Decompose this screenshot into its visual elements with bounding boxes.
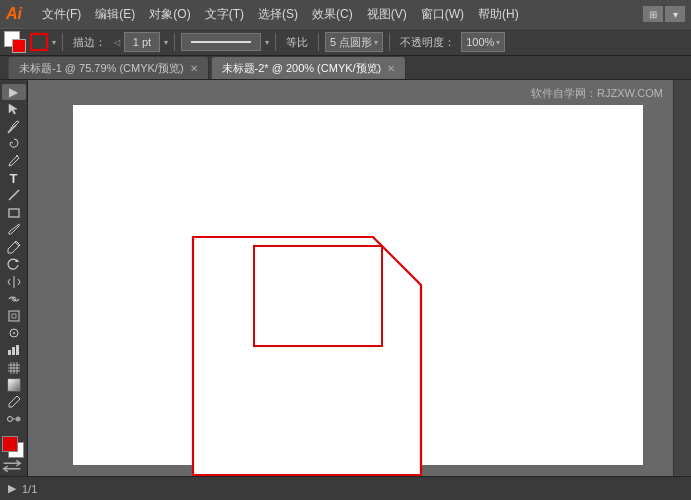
point-shape-label: 5 点圆形 — [330, 35, 372, 50]
tool-selection[interactable]: ▶ — [2, 84, 26, 100]
opacity-label: 不透明度： — [396, 35, 459, 50]
tab-1-label: 未标题-1 @ 75.79% (CMYK/预览) — [19, 61, 184, 76]
status-bar: ▶ 1/1 — [0, 476, 691, 500]
menu-edit[interactable]: 编辑(E) — [89, 4, 141, 25]
watermark-text: 软件自学网：RJZXW.COM — [531, 86, 663, 101]
right-panel-strip — [673, 80, 691, 476]
svg-rect-12 — [8, 350, 11, 355]
tool-magic-wand[interactable] — [2, 118, 26, 134]
sep2 — [174, 33, 175, 51]
menu-window[interactable]: 窗口(W) — [415, 4, 470, 25]
stroke-square-icon[interactable] — [30, 33, 48, 51]
menu-text[interactable]: 文字(T) — [199, 4, 250, 25]
tool-mesh[interactable] — [2, 360, 26, 376]
menu-object[interactable]: 对象(O) — [143, 4, 196, 25]
tool-pencil[interactable] — [2, 239, 26, 255]
svg-rect-8 — [9, 311, 19, 321]
stroke-chevron3[interactable]: ▾ — [164, 38, 168, 47]
tab-2-label: 未标题-2* @ 200% (CMYK/预览) — [222, 61, 382, 76]
svg-rect-9 — [12, 314, 16, 318]
toolbox: ▶ T — [0, 80, 28, 476]
stroke-line-preview — [191, 41, 251, 43]
svg-rect-14 — [16, 345, 19, 355]
tool-gradient[interactable] — [2, 377, 26, 393]
tool-type[interactable]: T — [2, 170, 26, 186]
color-indicator[interactable] — [2, 436, 26, 454]
stroke-chevron2[interactable]: ◁ — [114, 38, 120, 47]
tool-direct-selection[interactable] — [2, 101, 26, 117]
tool-blend[interactable] — [2, 411, 26, 427]
tool-rectangle[interactable] — [2, 205, 26, 221]
stroke-label: 描边： — [69, 35, 110, 50]
dropdown-icon[interactable]: ▾ — [665, 6, 685, 22]
tool-paintbrush[interactable] — [2, 222, 26, 238]
opacity-value: 100% — [466, 36, 494, 48]
canvas-area[interactable]: 软件自学网：RJZXW.COM — [28, 80, 673, 476]
menu-select[interactable]: 选择(S) — [252, 4, 304, 25]
menu-help[interactable]: 帮助(H) — [472, 4, 525, 25]
opacity-area: 不透明度： 100% ▾ — [396, 32, 505, 52]
tool-lasso[interactable] — [2, 136, 26, 152]
tool-graph[interactable] — [2, 342, 26, 358]
main-area: ▶ T — [0, 80, 691, 476]
sep5 — [389, 33, 390, 51]
swap-colors-btn[interactable] — [2, 459, 26, 476]
floppy-inner-rect — [254, 246, 382, 346]
tool-eyedropper[interactable] — [2, 394, 26, 410]
title-bar: Ai 文件(F) 编辑(E) 对象(O) 文字(T) 选择(S) 效果(C) 视… — [0, 0, 691, 28]
menu-bar: 文件(F) 编辑(E) 对象(O) 文字(T) 选择(S) 效果(C) 视图(V… — [36, 4, 639, 25]
stroke-line-selector[interactable] — [181, 33, 261, 51]
sep4 — [318, 33, 319, 51]
tab-1-close[interactable]: ✕ — [190, 63, 198, 74]
fill-color-fg[interactable] — [2, 436, 18, 452]
sep3 — [275, 33, 276, 51]
tool-rotate[interactable] — [2, 256, 26, 272]
sep1 — [62, 33, 63, 51]
tool-symbol[interactable] — [2, 325, 26, 341]
stroke-color-selector[interactable] — [4, 31, 26, 53]
tool-pen[interactable] — [2, 153, 26, 169]
tool-warp[interactable] — [2, 291, 26, 307]
stroke-line-chevron[interactable]: ▾ — [265, 38, 269, 47]
point-shape-dropdown[interactable]: 5 点圆形 ▾ — [325, 32, 383, 52]
artboard-nav[interactable]: 1/1 — [22, 483, 37, 495]
svg-point-22 — [7, 417, 12, 422]
svg-point-11 — [13, 332, 15, 334]
tool-free-transform[interactable] — [2, 308, 26, 324]
tab-2-close[interactable]: ✕ — [387, 63, 395, 74]
svg-rect-13 — [12, 347, 15, 355]
opacity-chevron: ▾ — [496, 38, 500, 47]
stroke-chevron[interactable]: ▾ — [52, 38, 56, 47]
tool-reflect[interactable] — [2, 273, 26, 289]
tab-2[interactable]: 未标题-2* @ 200% (CMYK/预览) ✕ — [211, 57, 407, 79]
tool-line[interactable] — [2, 187, 26, 203]
ratio-label: 等比 — [282, 35, 312, 50]
stroke-value-input[interactable] — [124, 32, 160, 52]
svg-point-1 — [16, 155, 18, 157]
drawing-canvas — [28, 80, 673, 476]
toolbar: ▾ 描边： ◁ ▾ ▾ 等比 5 点圆形 ▾ 不透明度： 100% ▾ — [0, 28, 691, 56]
point-shape-chevron: ▾ — [374, 38, 378, 47]
tab-bar: 未标题-1 @ 75.79% (CMYK/预览) ✕ 未标题-2* @ 200%… — [0, 56, 691, 80]
menu-effect[interactable]: 效果(C) — [306, 4, 359, 25]
window-controls: ⊞ ▾ — [643, 6, 685, 22]
app-logo: Ai — [6, 5, 28, 23]
grid-icon[interactable]: ⊞ — [643, 6, 663, 22]
opacity-dropdown[interactable]: 100% ▾ — [461, 32, 505, 52]
svg-rect-3 — [9, 209, 19, 217]
svg-point-23 — [15, 417, 20, 422]
tab-1[interactable]: 未标题-1 @ 75.79% (CMYK/预览) ✕ — [8, 57, 209, 79]
svg-line-2 — [9, 190, 19, 200]
menu-file[interactable]: 文件(F) — [36, 4, 87, 25]
svg-rect-21 — [8, 379, 20, 391]
status-text: ▶ — [8, 482, 16, 495]
menu-view[interactable]: 视图(V) — [361, 4, 413, 25]
